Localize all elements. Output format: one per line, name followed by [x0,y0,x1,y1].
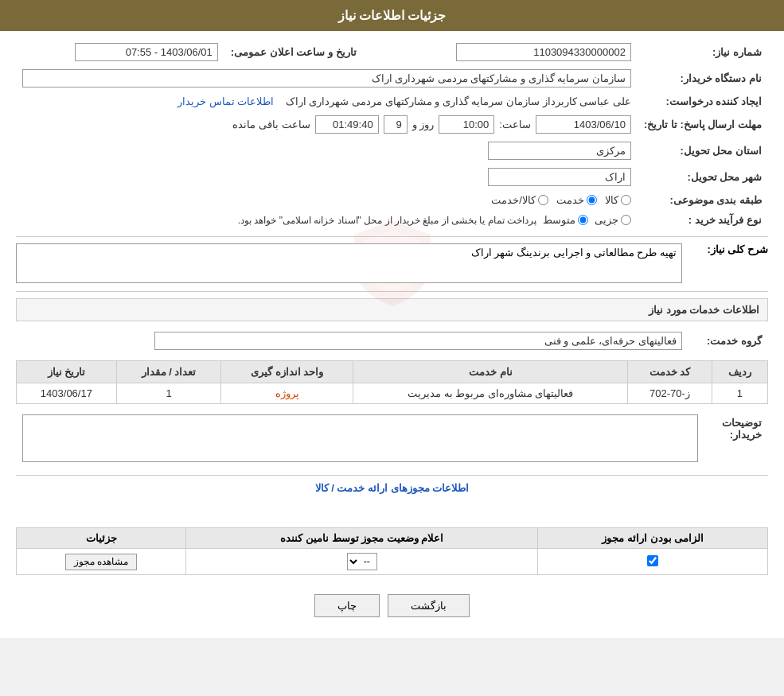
toshihat-value [16,410,704,469]
radio-khadmat-input[interactable] [587,195,597,205]
page-title: جزئیات اطلاعات نیاز [338,9,447,22]
nov-farayand-label: نوع فرآیند خرید : [638,210,768,230]
khadamat-info-table: گروه خدمت: فعالیتهای حرفه‌ای، علمی و فنی [16,328,768,354]
nov-farayand-desc: پرداخت تمام یا بخشی از مبلغ خریدار از مح… [238,215,536,226]
bottom-buttons: بازگشت چاپ [16,581,768,630]
tabaqe-radio-group: کالا خدمت کالا/خدمت [22,194,631,206]
toshihat-table: توضیحات خریدار: [16,410,768,469]
main-content: شماره نیاز: 1103094330000002 تاریخ و ساع… [0,31,784,638]
etlam-select[interactable]: -- [347,553,377,570]
divider-3 [16,475,768,476]
nam-dasgah-input: سازمان سرمایه گذاری و مشارکتهای مردمی شه… [22,69,631,87]
radio-kala-input[interactable] [621,195,631,205]
col-vahed: واحد اندازه گیری [221,361,353,383]
list-item: -- مشاهده مجوز [17,549,768,575]
radio-motevaset-input[interactable] [578,215,588,225]
grohe-label: گروه خدمت: [688,328,768,354]
divider-2 [16,291,768,292]
cell-tarikh: 1403/06/17 [17,383,117,404]
vahed-link[interactable]: پروژه [275,387,299,399]
nam-dasgah-label: نام دستگاه خریدار: [638,65,768,91]
col-radif: ردیف [712,361,767,383]
radio-kala-khadmat-input[interactable] [538,195,548,205]
ijad-label: ایجاد کننده درخواست: [638,91,768,111]
cell-tedad: 1 [116,383,221,404]
nam-dasgah-value: سازمان سرمایه گذاری و مشارکتهای مردمی شه… [16,65,638,91]
mohlat-roz-input: 9 [384,115,408,134]
col-nam: نام خدمت [353,361,628,383]
licenses-table: الزامی بودن ارائه مجوز اعلام وضعیت مجوز … [16,527,768,575]
radio-jozii-input[interactable] [621,215,631,225]
page-wrapper: جزئیات اطلاعات نیاز شماره نیاز: 11030943… [0,0,784,638]
col-kod: کد خدمت [628,361,712,383]
toshihat-textarea[interactable] [22,414,698,462]
shahr-value: اراک [16,164,638,190]
view-mojoz-button[interactable]: مشاهده مجوز [65,554,137,570]
radio-kala-khadmat[interactable]: کالا/خدمت [491,194,548,206]
cell-nam: فعالیتهای مشاوره‌ای مربوط به مدیریت [353,383,628,404]
toshihat-label: توضیحات خریدار: [704,410,768,469]
cell-etlam: -- [186,549,538,575]
radio-motevaset[interactable]: متوسط [543,214,588,226]
sharh-input: تهیه طرح مطالعاتی و اجرایی برندینگ شهر ا… [16,243,682,283]
back-button[interactable]: بازگشت [388,594,470,617]
col-etlam: اعلام وضعیت مجوز توسط نامین کننده [186,528,538,549]
shomare-niaz-input: 1103094330000002 [456,43,631,61]
mohlat-date-input: 1403/06/10 [536,115,631,134]
sharh-section: نیاز شرح کلی نیاز: تهیه طرح مطالعاتی و ا… [16,243,768,283]
cell-elzam [538,549,768,575]
cell-radif: 1 [712,383,767,404]
tarikh-value: 1403/06/01 - 07:55 [16,39,224,65]
etlaat-tamas-link[interactable]: اطلاعات تماس خریدار [177,95,274,107]
services-table: ردیف کد خدمت نام خدمت واحد اندازه گیری ت… [16,360,768,404]
cell-joziyat: مشاهده مجوز [17,549,186,575]
ijad-value: علی عباسی کاربرداز سازمان سرمایه گذاری و… [16,91,638,111]
radio-kala[interactable]: کالا [605,194,631,206]
col-tedad: تعداد / مقدار [116,361,221,383]
shomare-niaz-label: شماره نیاز: [638,39,768,65]
ostan-value: مرکزی [16,138,638,164]
mohlat-row: 1403/06/10 ساعت: 10:00 روز و 9 01:49:40 [16,111,638,138]
khadamat-section-title: اطلاعات خدمات مورد نیاز [16,298,768,321]
page-header: جزئیات اطلاعات نیاز [0,0,784,31]
grohe-value: فعالیتهای حرفه‌ای، علمی و فنی [16,328,688,354]
mohlat-remaining-input: 01:49:40 [315,115,379,134]
divider-1 [16,236,768,237]
tarikh-input: 1403/06/01 - 07:55 [75,43,218,61]
print-button[interactable]: چاپ [314,594,380,617]
shahr-input: اراک [488,168,631,186]
tabaqe-label: طبقه بندی موضوعی: [638,190,768,210]
col-elzam: الزامی بودن ارائه مجوز [538,528,768,549]
nov-farayand-value: جزیی متوسط پرداخت تمام یا بخشی از مبلغ خ… [16,210,638,230]
mohlat-label: مهلت ارسال پاسخ: تا تاریخ: [638,111,768,138]
shahr-label: شهر محل تحویل: [638,164,768,190]
col-joziyat: جزئیات [17,528,186,549]
tarikh-label: تاریخ و ساعت اعلان عمومی: [224,39,363,65]
cell-vahed: پروژه [221,383,353,404]
mojozat-section-title: اطلاعات مجوزهای ارائه خدمت / کالا [16,482,768,494]
col-tarikh: تاریخ نیاز [17,361,117,383]
mohlat-time-input: 10:00 [439,115,494,134]
sharh-content: تهیه طرح مطالعاتی و اجرایی برندینگ شهر ا… [16,243,682,283]
ostan-input: مرکزی [488,142,631,160]
grohe-input: فعالیتهای حرفه‌ای، علمی و فنی [154,332,682,350]
table-row: 1 ز-70-702 فعالیتهای مشاوره‌ای مربوط به … [17,383,768,404]
tabaqe-value: کالا خدمت کالا/خدمت [16,190,638,210]
basic-info-table: شماره نیاز: 1103094330000002 تاریخ و ساع… [16,39,768,230]
radio-jozii[interactable]: جزیی [595,214,631,226]
blank-area [16,499,768,523]
cell-kod: ز-70-702 [628,383,712,404]
ostan-label: استان محل تحویل: [638,138,768,164]
shomare-niaz-value: 1103094330000002 [387,39,638,65]
sharh-label: شرح کلی نیاز: [688,243,768,255]
elzam-checkbox[interactable] [647,555,658,566]
radio-khadmat[interactable]: خدمت [556,194,597,206]
